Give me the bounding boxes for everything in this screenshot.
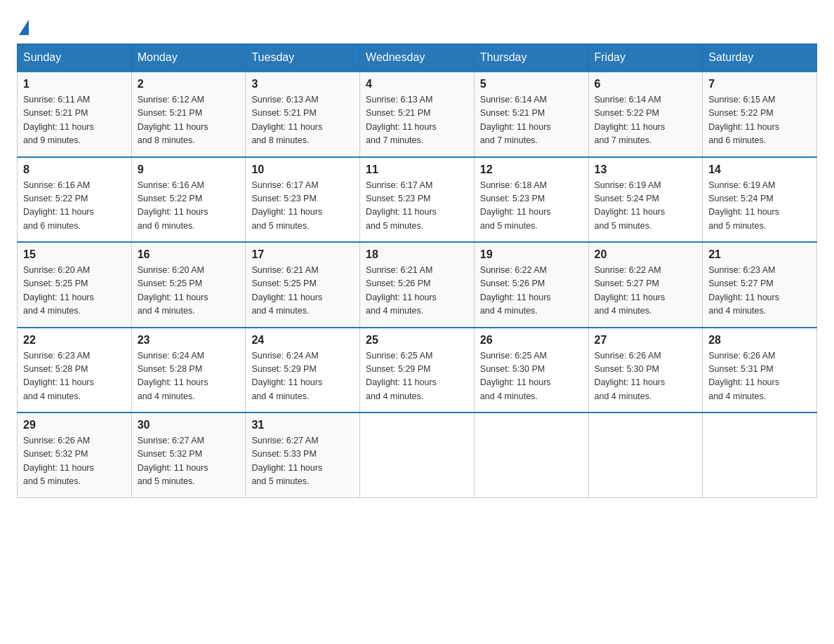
day-number: 5: [480, 78, 583, 90]
day-info: Sunrise: 6:19 AM Sunset: 5:24 PM Dayligh…: [595, 179, 697, 234]
calendar-week-row: 15 Sunrise: 6:20 AM Sunset: 5:25 PM Dayl…: [18, 242, 817, 328]
day-info: Sunrise: 6:14 AM Sunset: 5:22 PM Dayligh…: [595, 93, 697, 148]
calendar-cell: 19 Sunrise: 6:22 AM Sunset: 5:26 PM Dayl…: [474, 242, 588, 328]
day-number: 25: [366, 334, 468, 347]
day-info: Sunrise: 6:25 AM Sunset: 5:29 PM Dayligh…: [366, 349, 468, 404]
calendar-cell: 6 Sunrise: 6:14 AM Sunset: 5:22 PM Dayli…: [588, 72, 703, 157]
calendar-cell: 24 Sunrise: 6:24 AM Sunset: 5:29 PM Dayl…: [246, 328, 360, 413]
day-number: 6: [595, 78, 697, 90]
weekday-header-tuesday: Tuesday: [246, 44, 360, 72]
calendar-week-row: 8 Sunrise: 6:16 AM Sunset: 5:22 PM Dayli…: [18, 157, 817, 243]
day-number: 30: [138, 419, 240, 431]
weekday-header-thursday: Thursday: [474, 44, 588, 72]
calendar-cell: 7 Sunrise: 6:15 AM Sunset: 5:22 PM Dayli…: [703, 72, 817, 157]
day-info: Sunrise: 6:23 AM Sunset: 5:27 PM Dayligh…: [708, 264, 811, 318]
day-number: 31: [251, 419, 354, 431]
calendar-cell: 9 Sunrise: 6:16 AM Sunset: 5:22 PM Dayli…: [131, 157, 246, 243]
day-info: Sunrise: 6:23 AM Sunset: 5:28 PM Dayligh…: [23, 349, 126, 404]
weekday-header-friday: Friday: [588, 44, 703, 72]
day-info: Sunrise: 6:16 AM Sunset: 5:22 PM Dayligh…: [138, 179, 240, 234]
day-number: 3: [251, 78, 354, 90]
day-number: 2: [138, 78, 240, 90]
day-number: 16: [138, 248, 240, 261]
day-info: Sunrise: 6:15 AM Sunset: 5:22 PM Dayligh…: [708, 93, 811, 148]
day-number: 8: [23, 163, 126, 176]
day-info: Sunrise: 6:17 AM Sunset: 5:23 PM Dayligh…: [251, 179, 354, 234]
calendar-cell: [360, 412, 475, 497]
day-info: Sunrise: 6:19 AM Sunset: 5:24 PM Dayligh…: [708, 179, 811, 234]
day-info: Sunrise: 6:20 AM Sunset: 5:25 PM Dayligh…: [138, 264, 240, 318]
calendar-week-row: 29 Sunrise: 6:26 AM Sunset: 5:32 PM Dayl…: [18, 412, 817, 497]
day-info: Sunrise: 6:14 AM Sunset: 5:21 PM Dayligh…: [480, 93, 583, 148]
day-number: 13: [595, 163, 697, 176]
day-number: 24: [251, 334, 354, 347]
day-number: 10: [251, 163, 354, 176]
weekday-header-row: SundayMondayTuesdayWednesdayThursdayFrid…: [18, 44, 817, 72]
day-number: 18: [366, 248, 468, 261]
calendar-cell: 16 Sunrise: 6:20 AM Sunset: 5:25 PM Dayl…: [131, 242, 246, 328]
calendar-week-row: 1 Sunrise: 6:11 AM Sunset: 5:21 PM Dayli…: [18, 72, 817, 157]
calendar-cell: 3 Sunrise: 6:13 AM Sunset: 5:21 PM Dayli…: [246, 72, 360, 157]
day-info: Sunrise: 6:26 AM Sunset: 5:32 PM Dayligh…: [23, 434, 126, 489]
calendar-cell: 26 Sunrise: 6:25 AM Sunset: 5:30 PM Dayl…: [474, 328, 588, 413]
day-number: 22: [23, 334, 126, 347]
calendar-cell: 10 Sunrise: 6:17 AM Sunset: 5:23 PM Dayl…: [246, 157, 360, 243]
logo-triangle-icon: [19, 20, 29, 35]
day-number: 4: [366, 78, 468, 90]
day-info: Sunrise: 6:21 AM Sunset: 5:26 PM Dayligh…: [366, 264, 468, 318]
calendar-cell: 4 Sunrise: 6:13 AM Sunset: 5:21 PM Dayli…: [360, 72, 475, 157]
day-number: 27: [595, 334, 697, 347]
calendar-cell: [474, 412, 588, 497]
calendar-cell: 30 Sunrise: 6:27 AM Sunset: 5:32 PM Dayl…: [131, 412, 246, 497]
calendar-cell: 14 Sunrise: 6:19 AM Sunset: 5:24 PM Dayl…: [703, 157, 817, 243]
calendar-cell: 21 Sunrise: 6:23 AM Sunset: 5:27 PM Dayl…: [703, 242, 817, 328]
calendar-cell: 5 Sunrise: 6:14 AM Sunset: 5:21 PM Dayli…: [474, 72, 588, 157]
calendar-cell: 27 Sunrise: 6:26 AM Sunset: 5:30 PM Dayl…: [588, 328, 703, 413]
weekday-header-wednesday: Wednesday: [360, 44, 475, 72]
calendar-cell: 15 Sunrise: 6:20 AM Sunset: 5:25 PM Dayl…: [18, 242, 132, 328]
weekday-header-monday: Monday: [131, 44, 246, 72]
calendar-cell: 20 Sunrise: 6:22 AM Sunset: 5:27 PM Dayl…: [588, 242, 703, 328]
calendar-cell: 18 Sunrise: 6:21 AM Sunset: 5:26 PM Dayl…: [360, 242, 475, 328]
weekday-header-sunday: Sunday: [18, 44, 132, 72]
calendar-cell: 8 Sunrise: 6:16 AM Sunset: 5:22 PM Dayli…: [18, 157, 132, 243]
day-number: 29: [23, 419, 126, 431]
day-info: Sunrise: 6:22 AM Sunset: 5:27 PM Dayligh…: [595, 264, 697, 318]
calendar-cell: [588, 412, 703, 497]
day-info: Sunrise: 6:26 AM Sunset: 5:30 PM Dayligh…: [595, 349, 697, 404]
calendar-week-row: 22 Sunrise: 6:23 AM Sunset: 5:28 PM Dayl…: [18, 328, 817, 413]
calendar-table: SundayMondayTuesdayWednesdayThursdayFrid…: [17, 43, 817, 498]
day-number: 7: [708, 78, 811, 90]
day-number: 23: [138, 334, 240, 347]
day-number: 19: [480, 248, 583, 261]
calendar-cell: 29 Sunrise: 6:26 AM Sunset: 5:32 PM Dayl…: [18, 412, 132, 497]
logo: [17, 17, 29, 32]
day-number: 20: [595, 248, 697, 261]
day-number: 26: [480, 334, 583, 347]
day-info: Sunrise: 6:11 AM Sunset: 5:21 PM Dayligh…: [23, 93, 126, 148]
calendar-cell: 28 Sunrise: 6:26 AM Sunset: 5:31 PM Dayl…: [703, 328, 817, 413]
day-info: Sunrise: 6:22 AM Sunset: 5:26 PM Dayligh…: [480, 264, 583, 318]
calendar-cell: 22 Sunrise: 6:23 AM Sunset: 5:28 PM Dayl…: [18, 328, 132, 413]
day-info: Sunrise: 6:18 AM Sunset: 5:23 PM Dayligh…: [480, 179, 583, 234]
day-number: 1: [23, 78, 126, 90]
day-info: Sunrise: 6:20 AM Sunset: 5:25 PM Dayligh…: [23, 264, 126, 318]
day-info: Sunrise: 6:12 AM Sunset: 5:21 PM Dayligh…: [138, 93, 240, 148]
calendar-cell: 13 Sunrise: 6:19 AM Sunset: 5:24 PM Dayl…: [588, 157, 703, 243]
calendar-cell: 11 Sunrise: 6:17 AM Sunset: 5:23 PM Dayl…: [360, 157, 475, 243]
day-info: Sunrise: 6:24 AM Sunset: 5:28 PM Dayligh…: [138, 349, 240, 404]
day-info: Sunrise: 6:25 AM Sunset: 5:30 PM Dayligh…: [480, 349, 583, 404]
calendar-cell: 17 Sunrise: 6:21 AM Sunset: 5:25 PM Dayl…: [246, 242, 360, 328]
day-info: Sunrise: 6:27 AM Sunset: 5:32 PM Dayligh…: [138, 434, 240, 489]
day-info: Sunrise: 6:17 AM Sunset: 5:23 PM Dayligh…: [366, 179, 468, 234]
day-number: 15: [23, 248, 126, 261]
day-number: 17: [251, 248, 354, 261]
day-number: 28: [708, 334, 811, 347]
day-number: 9: [138, 163, 240, 176]
day-info: Sunrise: 6:26 AM Sunset: 5:31 PM Dayligh…: [708, 349, 811, 404]
day-info: Sunrise: 6:24 AM Sunset: 5:29 PM Dayligh…: [251, 349, 354, 404]
calendar-cell: 12 Sunrise: 6:18 AM Sunset: 5:23 PM Dayl…: [474, 157, 588, 243]
calendar-cell: [703, 412, 817, 497]
day-number: 11: [366, 163, 468, 176]
weekday-header-saturday: Saturday: [703, 44, 817, 72]
